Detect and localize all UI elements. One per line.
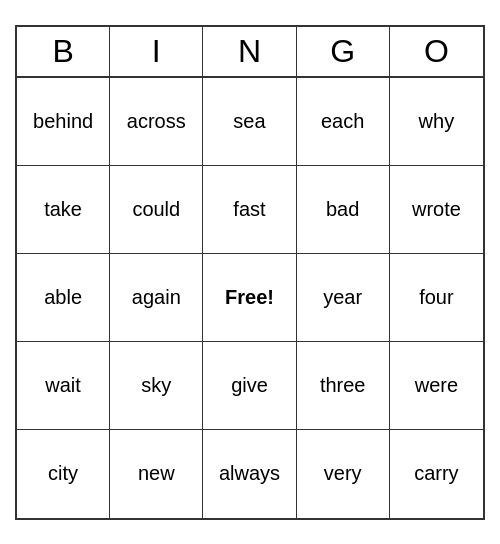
cell-r2-c1: again bbox=[110, 254, 203, 342]
header-letter: N bbox=[203, 27, 296, 76]
cell-r3-c3: three bbox=[297, 342, 390, 430]
cell-r4-c2: always bbox=[203, 430, 296, 518]
cell-r0-c0: behind bbox=[17, 78, 110, 166]
cell-r1-c0: take bbox=[17, 166, 110, 254]
cell-r2-c4: four bbox=[390, 254, 483, 342]
cell-r2-c2: Free! bbox=[203, 254, 296, 342]
cell-r1-c3: bad bbox=[297, 166, 390, 254]
header-letter: B bbox=[17, 27, 110, 76]
cell-r0-c4: why bbox=[390, 78, 483, 166]
cell-r0-c3: each bbox=[297, 78, 390, 166]
cell-r0-c2: sea bbox=[203, 78, 296, 166]
cell-r4-c1: new bbox=[110, 430, 203, 518]
cell-r3-c0: wait bbox=[17, 342, 110, 430]
cell-r2-c3: year bbox=[297, 254, 390, 342]
cell-r3-c4: were bbox=[390, 342, 483, 430]
bingo-header: BINGO bbox=[17, 27, 483, 78]
cell-r4-c4: carry bbox=[390, 430, 483, 518]
header-letter: G bbox=[297, 27, 390, 76]
cell-r1-c4: wrote bbox=[390, 166, 483, 254]
cell-r3-c1: sky bbox=[110, 342, 203, 430]
cell-r4-c3: very bbox=[297, 430, 390, 518]
bingo-grid: behindacrossseaeachwhytakecouldfastbadwr… bbox=[17, 78, 483, 518]
cell-r2-c0: able bbox=[17, 254, 110, 342]
bingo-card: BINGO behindacrossseaeachwhytakecouldfas… bbox=[15, 25, 485, 520]
header-letter: I bbox=[110, 27, 203, 76]
cell-r1-c1: could bbox=[110, 166, 203, 254]
cell-r1-c2: fast bbox=[203, 166, 296, 254]
cell-r4-c0: city bbox=[17, 430, 110, 518]
cell-r0-c1: across bbox=[110, 78, 203, 166]
header-letter: O bbox=[390, 27, 483, 76]
cell-r3-c2: give bbox=[203, 342, 296, 430]
